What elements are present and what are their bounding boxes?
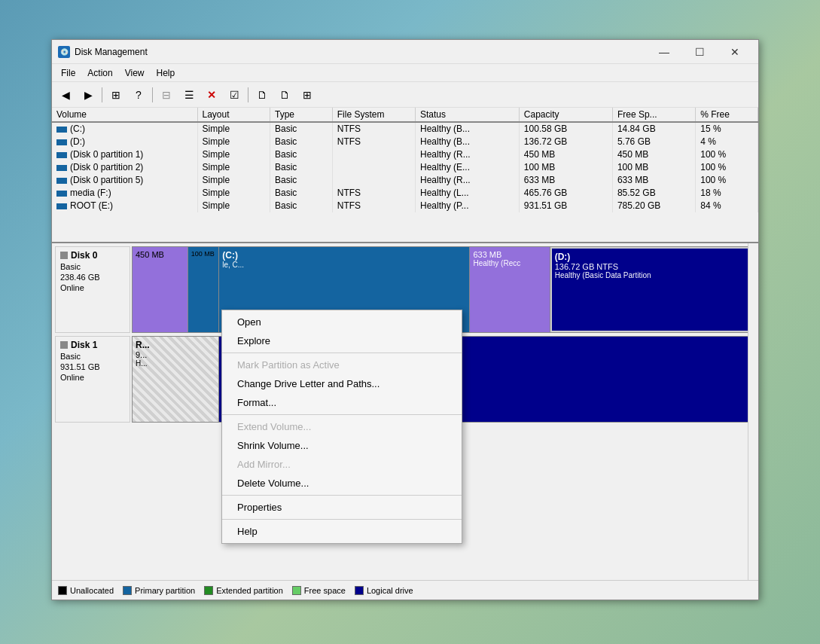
col-type[interactable]: Type — [270, 108, 333, 122]
disk-management-window: 💿 Disk Management — ☐ ✕ File Action View… — [51, 39, 759, 600]
context-menu-item[interactable]: Explore — [222, 331, 462, 350]
disk-0-part-d[interactable]: (D:) 136.72 GB NTFS Healthy (Basic Data … — [550, 247, 754, 332]
context-menu-item: Mark Partition as Active — [222, 356, 462, 374]
menu-view[interactable]: View — [119, 66, 151, 80]
check-button[interactable]: ☑ — [224, 85, 245, 105]
table-row[interactable]: (C:) Simple Basic NTFS Healthy (B... 100… — [52, 122, 758, 136]
context-menu-separator — [222, 495, 462, 496]
context-menu-item[interactable]: Help — [222, 522, 462, 541]
disk-1-type: Basic — [60, 352, 125, 361]
context-menu-item[interactable]: Format... — [222, 393, 462, 412]
volume-table: Volume Layout Type File System Status Ca… — [52, 108, 758, 212]
volume-icon — [56, 165, 67, 171]
disk-0-icon — [60, 252, 68, 259]
disk-0-label: Disk 0 Basic 238.46 GB Online — [55, 246, 130, 333]
menu-action[interactable]: Action — [81, 66, 118, 80]
table-row[interactable]: media (F:) Simple Basic NTFS Healthy (L.… — [52, 187, 758, 200]
new-button[interactable]: 🗋 — [251, 85, 273, 105]
back-button[interactable]: ◀ — [55, 85, 76, 105]
context-menu-item[interactable]: Shrink Volume... — [222, 436, 462, 455]
legend-free: Free space — [292, 586, 346, 595]
cancel-button[interactable]: ✕ — [201, 85, 222, 105]
table-row[interactable]: ROOT (E:) Simple Basic NTFS Healthy (P..… — [52, 200, 758, 212]
col-filesystem[interactable]: File System — [332, 108, 415, 122]
open-button[interactable]: 🗋 — [274, 85, 295, 105]
table-row[interactable]: (D:) Simple Basic NTFS Healthy (B... 136… — [52, 136, 758, 148]
col-capacity[interactable]: Capacity — [519, 108, 612, 122]
context-menu-separator — [222, 353, 462, 353]
title-bar: 💿 Disk Management — ☐ ✕ — [52, 40, 758, 64]
disk-1-label: Disk 1 Basic 931.51 GB Online — [55, 336, 130, 423]
title-buttons: — ☐ ✕ — [647, 41, 752, 63]
volume-icon — [56, 152, 67, 158]
legend-extended: Extended partition — [204, 586, 283, 595]
table-row[interactable]: (Disk 0 partition 2) Simple Basic Health… — [52, 161, 758, 174]
context-menu-separator — [222, 519, 462, 520]
col-pct[interactable]: % Free — [696, 108, 758, 122]
context-menu-item: Extend Volume... — [222, 417, 462, 436]
context-menu-item: Add Mirror... — [222, 455, 462, 474]
context-menu-separator — [222, 414, 462, 415]
legend-primary: Primary partition — [123, 586, 195, 595]
col-status[interactable]: Status — [416, 108, 520, 122]
context-menu-item[interactable]: Delete Volume... — [222, 474, 462, 493]
disk-0-part-recovery[interactable]: 633 MB Healthy (Recc — [470, 247, 550, 332]
legend-unallocated-label: Unallocated — [70, 586, 114, 595]
disk-0-status: Online — [60, 283, 125, 292]
app-icon: 💿 — [58, 46, 70, 58]
window-title: Disk Management — [75, 47, 647, 57]
legend-unallocated: Unallocated — [58, 586, 114, 595]
legend-primary-label: Primary partition — [135, 586, 195, 595]
col-free[interactable]: Free Sp... — [612, 108, 695, 122]
context-menu-item[interactable]: Properties — [222, 498, 462, 517]
disk-1-size: 931.51 GB — [60, 362, 125, 371]
context-menu-item[interactable]: Open — [222, 313, 462, 331]
legend: Unallocated Primary partition Extended p… — [52, 580, 758, 600]
col-layout[interactable]: Layout — [197, 108, 270, 122]
legend-extended-box — [204, 586, 213, 595]
menu-file[interactable]: File — [55, 66, 81, 80]
disk-1-status: Online — [60, 373, 125, 382]
disk1-scrollbar[interactable] — [748, 243, 758, 580]
disk-0-name: Disk 0 — [60, 250, 125, 261]
maximize-button[interactable]: ☐ — [682, 41, 717, 63]
legend-free-box — [292, 586, 301, 595]
legend-unallocated-box — [58, 586, 67, 595]
disk-1-icon — [60, 341, 68, 349]
legend-logical-box — [355, 586, 364, 595]
disk-0-part-2[interactable]: 100 MB — [188, 247, 219, 332]
disk-1-part-1[interactable]: R... 9... H... — [133, 337, 219, 422]
context-menu: OpenExploreMark Partition as ActiveChang… — [221, 310, 462, 544]
up-button[interactable]: ⊞ — [105, 85, 127, 105]
toolbar: ◀ ▶ ⊞ ? ⊟ ☰ ✕ ☑ 🗋 🗋 ⊞ — [52, 82, 758, 108]
table-row[interactable]: (Disk 0 partition 5) Simple Basic Health… — [52, 174, 758, 187]
legend-extended-label: Extended partition — [216, 586, 283, 595]
table-row[interactable]: (Disk 0 partition 1) Simple Basic Health… — [52, 148, 758, 161]
forward-button[interactable]: ▶ — [78, 85, 99, 105]
volume-icon — [56, 203, 67, 209]
disconnect-button[interactable]: ☰ — [178, 85, 200, 105]
volume-table-area: Volume Layout Type File System Status Ca… — [52, 108, 758, 243]
disk-1-name: Disk 1 — [60, 340, 125, 350]
help-tb-button[interactable]: ? — [128, 85, 149, 105]
connect-button[interactable]: ⊟ — [156, 85, 177, 105]
legend-primary-box — [123, 586, 132, 595]
grid-button[interactable]: ⊞ — [297, 85, 318, 105]
menu-help[interactable]: Help — [151, 66, 181, 80]
volume-icon — [56, 191, 67, 197]
volume-icon — [56, 139, 67, 145]
col-volume[interactable]: Volume — [52, 108, 197, 122]
disk-0-size: 238.46 GB — [60, 273, 125, 282]
volume-icon — [56, 127, 67, 133]
disk-0-title: Disk 0 — [71, 250, 97, 261]
minimize-button[interactable]: — — [647, 41, 681, 63]
context-menu-item[interactable]: Change Drive Letter and Paths... — [222, 374, 462, 393]
disk-0-part-1[interactable]: 450 MB — [133, 247, 188, 332]
close-button[interactable]: ✕ — [718, 41, 752, 63]
volume-icon — [56, 178, 67, 184]
disk-1-title: Disk 1 — [71, 340, 97, 350]
legend-free-label: Free space — [304, 586, 346, 595]
disk-0-type: Basic — [60, 262, 125, 271]
legend-logical-label: Logical drive — [367, 586, 413, 595]
legend-logical: Logical drive — [355, 586, 413, 595]
